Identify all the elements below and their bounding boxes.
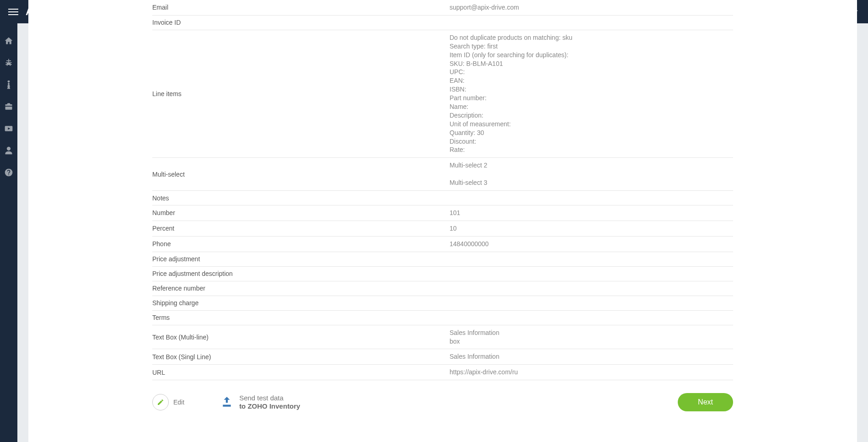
value-line: SKU: B-BLM-A101 bbox=[450, 59, 733, 68]
field-label: Invoice ID bbox=[152, 19, 450, 26]
value-line: 10 bbox=[450, 224, 733, 233]
field-row: Price adjustment bbox=[152, 252, 733, 267]
field-row: URLhttps://apix-drive.com/ru bbox=[152, 365, 733, 380]
field-row: Line itemsDo not duplicate products on m… bbox=[152, 30, 733, 158]
field-row: Invoice ID bbox=[152, 16, 733, 30]
value-line: Sales Information bbox=[450, 352, 733, 361]
field-row: Text Box (Singl Line)Sales Information bbox=[152, 349, 733, 365]
value-line: Description: bbox=[450, 111, 733, 120]
field-row: Notes bbox=[152, 191, 733, 205]
value-line: Unit of measurement: bbox=[450, 120, 733, 129]
field-row: Terms bbox=[152, 311, 733, 325]
value-line: Name: bbox=[450, 102, 733, 111]
value-line: UPC: bbox=[450, 68, 733, 76]
field-value: Sales Informationbox bbox=[450, 329, 733, 346]
field-row: Phone14840000000 bbox=[152, 237, 733, 252]
value-line: Part number: bbox=[450, 94, 733, 102]
edit-button[interactable]: Edit bbox=[152, 394, 184, 410]
panel-footer: Edit Send test data to ZOHO Inventory Ne… bbox=[152, 380, 733, 411]
field-label: Shipping charge bbox=[152, 299, 450, 307]
main-stage: Emailsupport@apix-drive.comInvoice IDLin… bbox=[17, 23, 868, 442]
field-row: Percent10 bbox=[152, 221, 733, 237]
pencil-icon bbox=[152, 394, 169, 410]
field-label: Multi-select bbox=[152, 171, 450, 178]
send-test-data-button[interactable]: Send test data to ZOHO Inventory bbox=[220, 394, 300, 411]
value-line: Multi-select 2 bbox=[450, 161, 733, 170]
field-row: Price adjustment description bbox=[152, 267, 733, 281]
field-row: Multi-selectMulti-select 2 Multi-select … bbox=[152, 158, 733, 191]
field-row: Text Box (Multi-line)Sales Informationbo… bbox=[152, 325, 733, 350]
field-value: 14840000000 bbox=[450, 240, 733, 248]
account-icon[interactable] bbox=[4, 146, 13, 155]
field-rows: Emailsupport@apix-drive.comInvoice IDLin… bbox=[148, 0, 738, 422]
upload-icon bbox=[220, 396, 234, 409]
value-line: Item ID (only for searching for duplicat… bbox=[450, 51, 733, 59]
field-value: https://apix-drive.com/ru bbox=[450, 368, 733, 377]
value-line: Quantity: 30 bbox=[450, 129, 733, 137]
value-line: https://apix-drive.com/ru bbox=[450, 368, 733, 377]
value-line: Multi-select 3 bbox=[450, 178, 733, 187]
value-line: ISBN: bbox=[450, 85, 733, 94]
video-icon[interactable] bbox=[4, 124, 13, 133]
value-line: Discount: bbox=[450, 137, 733, 146]
field-label: Text Box (Singl Line) bbox=[152, 353, 450, 361]
send-line2-pre: to bbox=[239, 402, 247, 410]
value-line: EAN: bbox=[450, 76, 733, 85]
field-label: Reference number bbox=[152, 285, 450, 292]
field-value: support@apix-drive.com bbox=[450, 3, 733, 12]
field-label: Percent bbox=[152, 225, 450, 232]
edit-label: Edit bbox=[173, 399, 184, 406]
send-test-text: Send test data to ZOHO Inventory bbox=[239, 394, 300, 411]
content-panel: Emailsupport@apix-drive.comInvoice IDLin… bbox=[28, 0, 857, 442]
field-row: Reference number bbox=[152, 281, 733, 296]
field-value: 10 bbox=[450, 224, 733, 233]
next-button[interactable]: Next bbox=[678, 393, 733, 411]
briefcase-icon[interactable] bbox=[4, 102, 13, 111]
value-line bbox=[450, 170, 733, 178]
field-row: Number101 bbox=[152, 205, 733, 221]
value-line: Rate: bbox=[450, 146, 733, 154]
home-icon[interactable] bbox=[4, 36, 13, 45]
send-line2-bold: ZOHO Inventory bbox=[247, 402, 300, 410]
left-sidebar bbox=[0, 23, 17, 442]
value-line: Search type: first bbox=[450, 42, 733, 51]
menu-toggle-button[interactable] bbox=[8, 9, 18, 15]
field-row: Shipping charge bbox=[152, 296, 733, 311]
value-line: 101 bbox=[450, 209, 733, 217]
value-line: support@apix-drive.com bbox=[450, 3, 733, 12]
value-line: box bbox=[450, 337, 733, 346]
field-label: Text Box (Multi-line) bbox=[152, 334, 450, 341]
field-value: Multi-select 2 Multi-select 3 bbox=[450, 161, 733, 187]
field-row: Emailsupport@apix-drive.com bbox=[152, 0, 733, 16]
field-label: Line items bbox=[152, 90, 450, 97]
field-label: Price adjustment description bbox=[152, 270, 450, 277]
field-value: Do not duplicate products on matching: s… bbox=[450, 33, 733, 154]
value-line: 14840000000 bbox=[450, 240, 733, 248]
field-label: Phone bbox=[152, 240, 450, 248]
field-label: Notes bbox=[152, 194, 450, 202]
field-value: 101 bbox=[450, 209, 733, 217]
field-label: Terms bbox=[152, 314, 450, 321]
billing-icon[interactable] bbox=[4, 80, 13, 89]
field-label: Number bbox=[152, 209, 450, 216]
value-line: Do not duplicate products on matching: s… bbox=[450, 33, 733, 42]
field-label: Email bbox=[152, 4, 450, 11]
connections-icon[interactable] bbox=[4, 58, 13, 67]
send-line1: Send test data bbox=[239, 394, 300, 403]
field-label: URL bbox=[152, 369, 450, 376]
value-line: Sales Information bbox=[450, 329, 733, 337]
send-line2: to ZOHO Inventory bbox=[239, 402, 300, 411]
help-icon[interactable] bbox=[4, 168, 13, 177]
field-value: Sales Information bbox=[450, 352, 733, 361]
field-label: Price adjustment bbox=[152, 255, 450, 263]
